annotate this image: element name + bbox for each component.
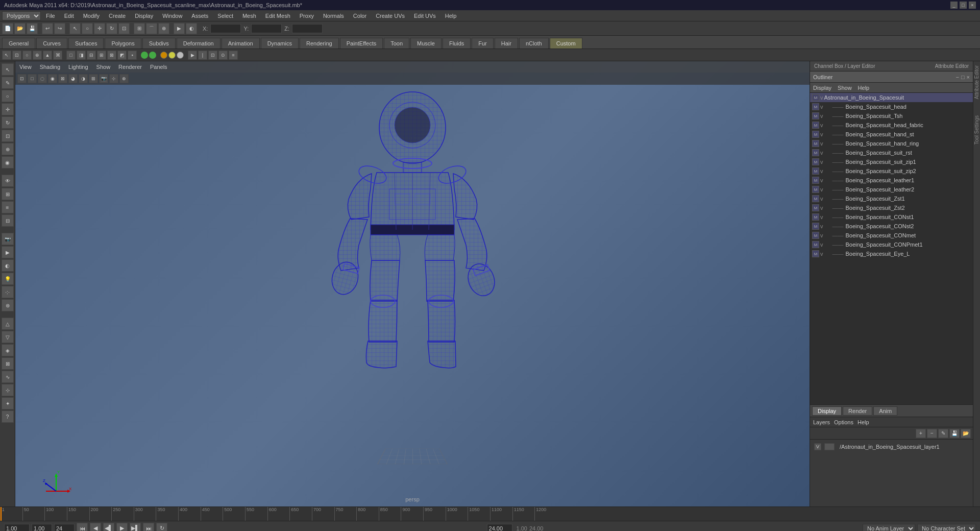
current-frame-input[interactable] xyxy=(32,524,52,532)
ol-item[interactable]: M v —— Boeing_Spacesuit_head_fabric xyxy=(810,120,973,130)
timeline-ruler[interactable]: 1501001502002503003504004505005506006507… xyxy=(0,507,980,521)
vp-snap-btn[interactable]: ⊕ xyxy=(119,74,129,83)
layer-save-btn[interactable]: 💾 xyxy=(949,429,960,438)
vp-persp-btn[interactable]: ⊡ xyxy=(17,74,27,83)
ol-item[interactable]: M v —— Boeing_Spacesuit_leather2 xyxy=(810,185,973,194)
sec-btn-5[interactable]: ▲ xyxy=(43,51,52,60)
paint-skin-tool[interactable]: ✦ xyxy=(2,397,14,409)
tab-custom[interactable]: Custom xyxy=(550,38,582,49)
menu-mesh[interactable]: Mesh xyxy=(238,12,260,20)
menu-file[interactable]: File xyxy=(42,12,59,20)
ol-item[interactable]: M v —— Boeing_Spacesuit_suit_zip2 xyxy=(810,166,973,176)
tab-dynamics[interactable]: Dynamics xyxy=(261,38,299,49)
layer-del-btn[interactable]: − xyxy=(927,429,937,438)
poly-model-tool[interactable]: △ xyxy=(2,318,14,330)
open-file-btn[interactable]: 📂 xyxy=(14,23,26,34)
menu-display[interactable]: Display xyxy=(131,12,157,20)
tab-general[interactable]: General xyxy=(2,38,35,49)
ol-item[interactable]: M v —— Boeing_Spacesuit_hand_ring xyxy=(810,139,973,148)
sec-btn-14[interactable]: | xyxy=(198,51,207,60)
attr-tool[interactable]: ⊟ xyxy=(2,214,14,227)
tab-toon[interactable]: Toon xyxy=(384,38,409,49)
ol-menu-display[interactable]: Display xyxy=(813,85,831,91)
timeline-playhead[interactable] xyxy=(1,507,2,521)
ol-item[interactable]: M v —— Boeing_Spacesuit_Zst1 xyxy=(810,194,973,203)
scale-tool[interactable]: ⊡ xyxy=(2,130,14,142)
rotate-tool[interactable]: ↻ xyxy=(2,116,14,129)
menu-help[interactable]: Help xyxy=(441,12,461,20)
ol-item[interactable]: M v —— Boeing_Spacesuit_CONmet xyxy=(810,231,973,240)
ol-item[interactable]: M v —— Boeing_Spacesuit_Zst2 xyxy=(810,203,973,212)
snap-point-btn[interactable]: ⊕ xyxy=(158,23,169,34)
move-tool-btn[interactable]: ✛ xyxy=(94,23,105,34)
tool-settings-tab[interactable]: Tool Settings xyxy=(973,113,980,147)
viewport[interactable]: View Shading Lighting Show Renderer Pane… xyxy=(15,61,810,506)
select-tool-btn[interactable]: ↖ xyxy=(69,23,81,34)
help-tool[interactable]: ? xyxy=(2,411,14,423)
outliner-minimize[interactable]: − xyxy=(955,74,959,80)
menu-edit-mesh[interactable]: Edit Mesh xyxy=(261,12,295,20)
particle-tool[interactable]: ·:· xyxy=(2,286,14,298)
play-forward-btn[interactable]: ▶ xyxy=(116,523,128,532)
snap-tool[interactable]: ⊞ xyxy=(2,188,14,200)
outliner-content[interactable]: M v Astronaut_in_Boeing_Spacesuit M v ——… xyxy=(810,93,973,404)
layer-options-btn[interactable]: Options xyxy=(834,419,853,425)
y-input[interactable] xyxy=(251,24,282,33)
layer-tab-anim[interactable]: Anim xyxy=(873,406,897,416)
ol-menu-help[interactable]: Help xyxy=(858,85,870,91)
shader-tool[interactable]: ◐ xyxy=(2,259,14,272)
rotate-tool-btn[interactable]: ↻ xyxy=(106,23,117,34)
next-key-btn[interactable]: ⏭ xyxy=(143,523,154,532)
undo-btn[interactable]: ↩ xyxy=(42,23,53,34)
tab-curves[interactable]: Curves xyxy=(36,38,67,49)
tab-fluids[interactable]: Fluids xyxy=(443,38,471,49)
window-controls[interactable]: _ □ × xyxy=(950,2,976,9)
minimize-btn[interactable]: _ xyxy=(950,2,958,9)
sec-btn-16[interactable]: ⊙ xyxy=(218,51,228,60)
ol-item[interactable]: M v Astronaut_in_Boeing_Spacesuit xyxy=(810,93,973,102)
menu-assets[interactable]: Assets xyxy=(187,12,212,20)
camera-tool[interactable]: 📷 xyxy=(2,233,14,245)
start-frame-input[interactable] xyxy=(4,524,30,532)
select-tool[interactable]: ↖ xyxy=(2,63,14,76)
render-btn[interactable]: ▶ xyxy=(174,23,185,34)
anim-layer-select[interactable]: No Anim Layer xyxy=(863,524,915,532)
layer-tab-render[interactable]: Render xyxy=(843,406,872,416)
outliner-close[interactable]: × xyxy=(967,74,970,80)
tab-painteffects[interactable]: PaintEffects xyxy=(340,38,383,49)
close-btn[interactable]: × xyxy=(969,2,976,9)
ol-item[interactable]: M v —— Boeing_Spacesuit_CONPmet1 xyxy=(810,240,973,249)
sec-btn-10[interactable]: ⊞ xyxy=(97,51,106,60)
uv-tool[interactable]: ⊠ xyxy=(2,357,14,370)
ol-item[interactable]: M v —— Boeing_Spacesuit_leather1 xyxy=(810,176,973,185)
redo-btn[interactable]: ↪ xyxy=(54,23,65,34)
attr-editor-label[interactable]: Attribute Editor xyxy=(935,63,969,69)
snap-grid-btn[interactable]: ⊞ xyxy=(134,23,145,34)
vp-lighting[interactable]: Lighting xyxy=(68,64,88,70)
soft-select-tool[interactable]: ◉ xyxy=(2,156,14,168)
save-file-btn[interactable]: 💾 xyxy=(27,23,38,34)
layer-vis-btn[interactable]: V xyxy=(814,443,821,450)
paint-tool[interactable]: ✎ xyxy=(2,77,14,89)
loop-btn[interactable]: ↻ xyxy=(156,523,167,532)
play-backward-btn[interactable]: ◀▌ xyxy=(103,523,114,532)
sec-btn-play[interactable]: ▶ xyxy=(188,51,197,60)
sec-btn-11[interactable]: ⊠ xyxy=(107,51,116,60)
sec-btn-12[interactable]: ◩ xyxy=(117,51,127,60)
ol-item[interactable]: M v —— Boeing_Spacesuit_hand_st xyxy=(810,130,973,139)
sec-btn-1[interactable]: ↖ xyxy=(2,51,11,60)
ol-item[interactable]: M v —— Boeing_Spacesuit_CONst1 xyxy=(810,212,973,222)
tab-subdivs[interactable]: Subdivs xyxy=(142,38,176,49)
playback-end-input[interactable] xyxy=(487,524,512,532)
vp-grid-btn[interactable]: ⊞ xyxy=(89,74,98,83)
layer-color-swatch[interactable] xyxy=(824,443,835,450)
ol-item[interactable]: M v —— Boeing_Spacesuit_suit_rst xyxy=(810,148,973,157)
scale-tool-btn[interactable]: ⊡ xyxy=(118,23,130,34)
history-tool[interactable]: ≡ xyxy=(2,201,14,213)
ol-item[interactable]: M v —— Boeing_Spacesuit_CONst2 xyxy=(810,222,973,231)
tab-fur[interactable]: Fur xyxy=(472,38,494,49)
channel-box-label[interactable]: Channel Box / Layer Editor xyxy=(814,63,875,69)
menu-create-uvs[interactable]: Create UVs xyxy=(372,12,409,20)
menu-window[interactable]: Window xyxy=(158,12,186,20)
universal-tool[interactable]: ⊕ xyxy=(2,143,14,155)
